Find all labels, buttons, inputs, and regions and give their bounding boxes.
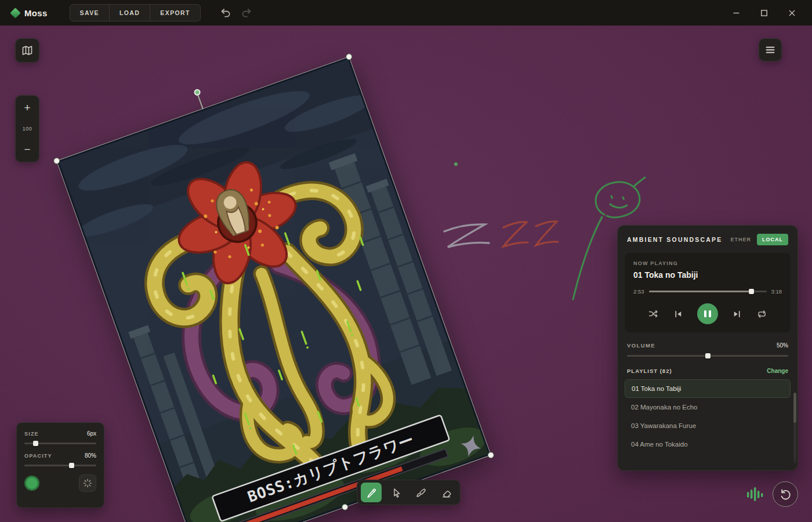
opacity-value: 80% [85, 452, 96, 459]
elapsed-time: 2:53 [633, 288, 644, 295]
now-playing-card: NOW PLAYING 01 Toka no Tabiji 2:53 3:18 [625, 253, 791, 332]
paintbrush-icon [416, 487, 427, 498]
minimize-icon [733, 9, 740, 17]
size-slider-thumb[interactable] [33, 441, 38, 446]
volume-value: 50% [777, 342, 788, 349]
maximize-button[interactable] [757, 6, 770, 19]
volume-slider-thumb[interactable] [705, 353, 710, 358]
opacity-label: OPACITY [24, 453, 52, 459]
transport-controls [633, 303, 782, 324]
repeat-icon [757, 309, 767, 319]
maximize-icon [760, 9, 768, 17]
moss-logo-icon [10, 8, 20, 18]
size-value: 6px [87, 430, 96, 437]
now-playing-label: NOW PLAYING [633, 260, 782, 266]
playlist-item-1[interactable]: 01 Toka no Tabiji [625, 379, 791, 398]
pencil-icon [366, 487, 377, 498]
cursor-icon [391, 487, 402, 498]
brush-tool-button[interactable] [411, 483, 432, 502]
load-button[interactable]: LOAD [110, 5, 150, 21]
shuffle-button[interactable] [647, 308, 659, 320]
app-title: Moss [24, 8, 48, 18]
list-fade-overlay [618, 456, 797, 470]
pause-icon [704, 310, 706, 317]
track-title: 01 Toka no Tabiji [633, 270, 782, 280]
rotate-ccw-icon [779, 488, 792, 501]
next-icon [732, 309, 742, 319]
seek-bar-thumb[interactable] [749, 289, 754, 294]
seek-bar[interactable] [649, 291, 767, 292]
undo-button[interactable] [219, 6, 232, 19]
redo-icon [241, 7, 252, 19]
size-label: SIZE [24, 431, 39, 437]
source-local-button[interactable]: LOCAL [757, 234, 788, 245]
history-buttons [219, 6, 253, 19]
titlebar: Moss SAVE LOAD EXPORT [0, 0, 812, 26]
playlist-label: PLAYLIST (82) [627, 368, 672, 374]
volume-label: VOLUME [627, 342, 655, 349]
previous-track-button[interactable] [672, 308, 684, 320]
sparkle-icon [83, 478, 92, 488]
select-tool-button[interactable] [386, 483, 407, 502]
playlist-item-3[interactable]: 03 Yawarakana Furue [625, 416, 791, 435]
zoom-level-value: 100 [23, 126, 32, 132]
duration-time: 3:18 [771, 288, 782, 295]
opacity-slider-thumb[interactable] [69, 463, 74, 468]
zoom-in-button[interactable]: + [16, 98, 39, 118]
redo-button[interactable] [240, 6, 253, 19]
window-controls [730, 6, 812, 19]
minimize-button[interactable] [730, 6, 742, 19]
source-ether-button[interactable]: ETHER [730, 237, 751, 242]
app-window: Moss SAVE LOAD EXPORT [0, 0, 812, 522]
undo-icon [220, 7, 231, 19]
brush-settings-panel: SIZE 6px OPACITY 80% [16, 422, 104, 508]
next-track-button[interactable] [731, 308, 743, 320]
playlist-item-2[interactable]: 02 Mayonaka no Echo [625, 398, 791, 416]
repeat-button[interactable] [756, 308, 768, 320]
playlist-scrollbar[interactable] [793, 393, 796, 463]
ambient-soundscape-panel: AMBIENT SOUNDSCAPE ETHER LOCAL NOW PLAYI… [617, 225, 798, 471]
playlist-item-4[interactable]: 04 Ame no Tokaido [625, 435, 791, 454]
seek-bar-fill [649, 291, 752, 292]
volume-slider[interactable] [627, 355, 788, 357]
audio-visualizer-button[interactable] [746, 486, 763, 504]
close-icon [788, 9, 796, 17]
source-toggle: ETHER LOCAL [730, 234, 788, 245]
playlist-change-link[interactable]: Change [767, 368, 788, 374]
map-icon [21, 44, 34, 57]
size-slider[interactable] [24, 443, 96, 444]
playlist: 01 Toka no Tabiji 02 Mayonaka no Echo 03… [625, 379, 791, 454]
playlist-scrollbar-thumb[interactable] [793, 393, 796, 423]
brush-dynamics-button[interactable] [79, 474, 96, 492]
color-swatch[interactable] [24, 476, 39, 491]
reset-rotation-button[interactable] [773, 481, 798, 507]
tool-bar [357, 480, 461, 505]
panel-title: AMBIENT SOUNDSCAPE [627, 236, 722, 243]
export-button[interactable]: EXPORT [150, 5, 200, 21]
close-button[interactable] [785, 6, 798, 19]
shuffle-icon [648, 309, 658, 318]
app-logo: Moss [0, 8, 48, 18]
opacity-slider[interactable] [24, 465, 96, 466]
pause-button[interactable] [697, 303, 718, 324]
file-actions-group: SAVE LOAD EXPORT [70, 4, 201, 21]
eraser-tool-button[interactable] [436, 483, 456, 502]
previous-icon [673, 309, 683, 319]
zoom-controls: + 100 − [15, 95, 39, 162]
save-button[interactable]: SAVE [70, 5, 110, 21]
eraser-icon [441, 487, 452, 498]
map-button[interactable] [15, 38, 39, 63]
pen-tool-button[interactable] [361, 483, 382, 502]
visualizer-bars-icon [746, 486, 763, 502]
zoom-out-button[interactable]: − [16, 140, 39, 160]
hamburger-icon [764, 44, 776, 56]
menu-button[interactable] [759, 38, 782, 61]
